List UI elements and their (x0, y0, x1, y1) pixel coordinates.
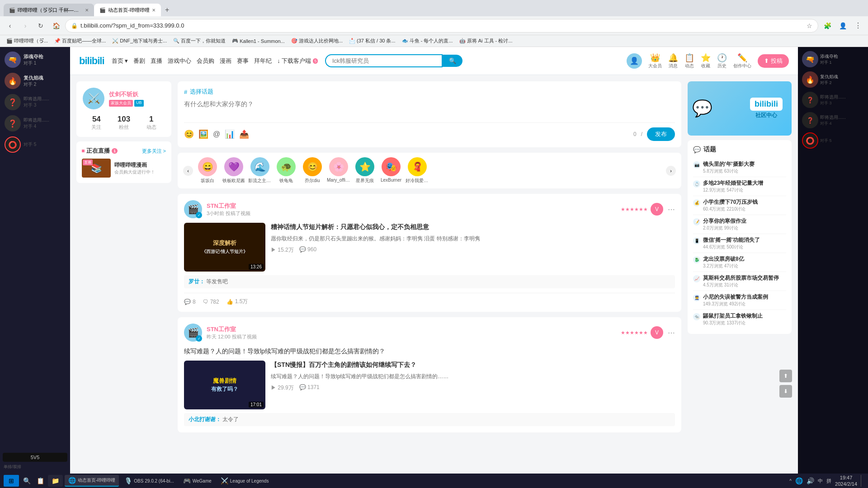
tab-1[interactable]: 🎬 哔哩哔哩（ゔゔ口 千杯——主... ✕ (4, 4, 94, 16)
nav-anime[interactable]: 番剧 (133, 57, 145, 65)
bookmark-4[interactable]: 🔍 百度一下，你就知道 (170, 37, 228, 45)
tray-volume[interactable]: 🔊 (807, 477, 814, 484)
nav-esports[interactable]: 赛事 (237, 57, 249, 65)
live-item-1[interactable]: 📚 直播 哔哩哔哩漫画 会员购大促进行中！ (82, 159, 166, 178)
refresh-button[interactable]: ↻ (34, 19, 47, 32)
file-explorer-btn[interactable]: 📁 (48, 475, 63, 487)
stat-dynamic[interactable]: 1 动态 (137, 115, 165, 131)
bili-search-input[interactable] (325, 54, 443, 67)
user-avatar-header[interactable]: 👤 (627, 53, 642, 69)
upload-button[interactable]: ⬆ 投稿 (758, 54, 789, 68)
new-tab-button[interactable]: + (161, 4, 174, 16)
profile-avatar[interactable]: ⚔️ (83, 88, 104, 109)
post2-video-thumb[interactable]: 魔兽剧情有救了吗？ 17:01 (184, 361, 265, 409)
post1-more-btn[interactable]: ⋯ (668, 205, 675, 214)
wegame-taskbar-btn[interactable]: 🎮 WeGame (179, 475, 215, 487)
bookmark-6[interactable]: 🎯 游戏达人比价网地... (288, 37, 345, 45)
action-member[interactable]: 👑 大会员 (648, 53, 662, 69)
forward-button[interactable]: › (19, 19, 32, 32)
share-button[interactable]: 📤 (239, 129, 249, 139)
action-history[interactable]: 🕐 历史 (717, 53, 727, 69)
scroll-prev[interactable]: ‹ (183, 166, 193, 176)
post2-video-title[interactable]: 【STN慢报】百万个主角的剧情该如何继续写下去？ (271, 361, 675, 370)
tray-ime[interactable]: 拼 (826, 478, 831, 484)
tray-chevron[interactable]: ^ (789, 479, 792, 483)
extensions-button[interactable]: 🧩 (821, 19, 834, 32)
nav-home[interactable]: 首页 ▾ (112, 57, 128, 65)
menu-button[interactable]: ⋮ (852, 19, 864, 32)
user-item-1[interactable]: 😄 坂坂白 (196, 157, 219, 184)
post-button[interactable]: 发布 (647, 127, 675, 141)
user-item-4[interactable]: 🐢 铁龟龟 (274, 157, 298, 184)
chart-button[interactable]: 📊 (225, 129, 235, 139)
post1-video-title[interactable]: 糟神话情人节短片解析：只愿君心似我心，定不负相思意 (271, 223, 675, 232)
bili-search-button[interactable]: 🔍 (443, 55, 462, 67)
profile-button[interactable]: 👤 (836, 19, 849, 32)
action-message[interactable]: 🔔 消息 (668, 53, 678, 69)
nav-game[interactable]: 游戏中心 (168, 57, 191, 65)
url-input[interactable] (80, 22, 804, 29)
user-item-5[interactable]: 😊 乔尔diu (301, 157, 324, 184)
user-item-2[interactable]: 💜 铁板欧尼酱 (222, 157, 245, 184)
compose-input[interactable] (184, 100, 675, 117)
nav-live[interactable]: 直播 (151, 57, 162, 65)
bookmark-7[interactable]: 📩 (37 私信 / 30 条... (346, 37, 398, 45)
bookmark-1[interactable]: 🎬 哔哩哔哩（ゔ... (4, 37, 51, 45)
post2-author[interactable]: STN工作室 (207, 325, 257, 333)
topic-item-4[interactable]: 📝 分享你的寒假作业 2.0万浏览 99讨论 (693, 215, 786, 234)
home-button[interactable]: 🏠 (50, 19, 62, 32)
user-item-7[interactable]: ⭐ 星界无痕 (353, 157, 377, 184)
topic-item-8[interactable]: 👮 小尼的失误被警方当成案例 149.3万浏览 492讨论 (693, 291, 786, 310)
post1-reply-btn[interactable]: 💬 8 (184, 299, 196, 305)
address-bar[interactable]: 🔒 ☆ (65, 19, 818, 33)
nav-shop[interactable]: 会员购 (197, 57, 214, 65)
bookmark-5[interactable]: 🎮 Kallen1 - Summon... (229, 37, 288, 45)
topic-selector[interactable]: # 选择话题 (184, 88, 675, 96)
topic-item-1[interactable]: 📷 镜头里的'年'摄影大赛 5.8万浏览 63讨论 (693, 158, 786, 177)
stat-follow[interactable]: 54 关注 (83, 115, 110, 131)
action-favorite[interactable]: ⭐ 收藏 (701, 53, 711, 69)
tab2-close[interactable]: ✕ (152, 8, 156, 13)
post1-author[interactable]: STN工作室 (207, 202, 250, 210)
live-more[interactable]: 更多关注 > (142, 148, 166, 155)
topic-item-2[interactable]: 💍 多地23年经婚登记量大增 12.9万浏览 547讨论 (693, 177, 786, 196)
user-item-3[interactable]: 🌊 影流之主shadow (248, 157, 272, 184)
back-button[interactable]: ‹ (4, 19, 16, 32)
topic-item-6[interactable]: 🐉 龙出没票房破8亿 3.2万浏览 47讨论 (693, 253, 786, 272)
post1-avatar[interactable]: 🎬 ✓ (184, 200, 202, 218)
task-view-btn[interactable]: 📋 (34, 475, 46, 487)
emoji-button[interactable]: 😊 (184, 129, 194, 139)
post2-avatar[interactable]: 🎬 ✓ (184, 324, 202, 342)
post1-comment-btn[interactable]: 🗨 782 (203, 299, 219, 305)
post2-more-btn[interactable]: ⋯ (668, 328, 675, 337)
bookmark-2[interactable]: 📌 百度贴吧——全球... (52, 37, 108, 45)
topic-item-9[interactable]: 🐀 鼹鼠打架员工拿铁锹制止 90.3万浏览 1337讨论 (693, 310, 786, 328)
tray-lang[interactable]: 中 (818, 478, 823, 484)
image-button[interactable]: 🖼️ (198, 129, 208, 139)
nav-download[interactable]: ↓ 下载客户端 5 (277, 57, 318, 65)
search-taskbar-btn[interactable]: 🔍 (21, 475, 33, 487)
topic-item-7[interactable]: 📈 莫斯科交易所股票市场交易暂停 4.5万浏览 31讨论 (693, 272, 786, 291)
user-item-6[interactable]: 🌸 Mary_official (327, 157, 350, 184)
tray-network[interactable]: 🌐 (795, 477, 803, 484)
action-create[interactable]: ✏️ 创作中心 (733, 53, 751, 69)
browser-taskbar-btn[interactable]: 🌐 动态首页-哔哩哔哩 (65, 475, 119, 487)
scroll-down-btn[interactable]: ⬇ (779, 385, 792, 398)
action-dynamic[interactable]: 📋 动态 (684, 53, 694, 69)
start-button[interactable]: ⊞ (4, 475, 19, 487)
user-item-9[interactable]: 🧣 好冷我爱毛衣QA (406, 157, 429, 184)
bili-logo[interactable]: bilibili (79, 55, 104, 67)
at-button[interactable]: @ (213, 130, 220, 138)
obs-taskbar-btn[interactable]: 🎙️ OBS 29.0.2 (64-bi... (121, 475, 177, 487)
scroll-next[interactable]: › (666, 166, 676, 176)
bookmark-9[interactable]: 🤖 原将 Ai 工具 - 检讨... (457, 37, 515, 45)
user-item-8[interactable]: 🎭 LexBurner (379, 157, 403, 184)
stat-fans[interactable]: 103 粉丝 (110, 115, 138, 131)
taskbar-clock[interactable]: 19:47 2024/2/14 (835, 474, 857, 488)
tab1-close[interactable]: ✕ (85, 8, 89, 13)
show-desktop-btn[interactable] (861, 475, 864, 487)
post1-video-thumb[interactable]: 深度解析《西游记·情人节短片》 13:26 (184, 223, 265, 272)
lol-taskbar-btn[interactable]: ⚔️ League of Legends (217, 475, 273, 487)
topic-item-3[interactable]: 💰 小学生攒下70万压岁钱 60.4万浏览 2210讨论 (693, 196, 786, 215)
tab-2[interactable]: 🎬 动态首页-哔哩哔哩 ✕ (94, 4, 161, 16)
